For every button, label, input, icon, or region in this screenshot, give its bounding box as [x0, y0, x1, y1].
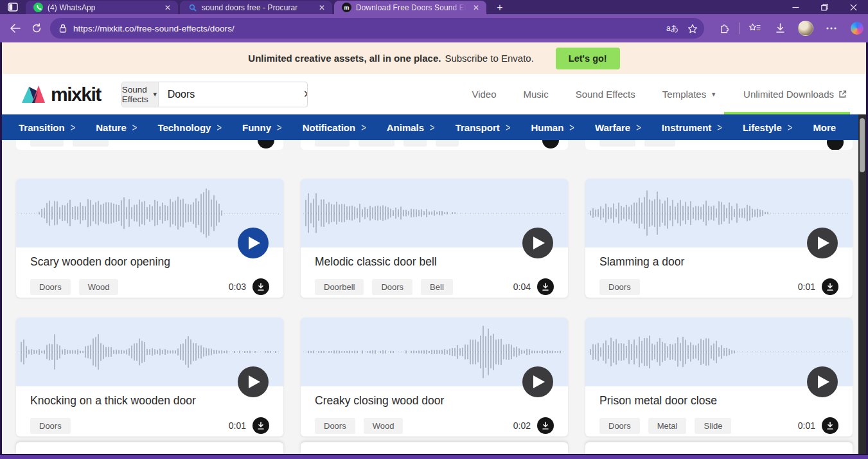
download-button[interactable]	[252, 417, 269, 434]
tag-pill-partial[interactable]	[315, 140, 350, 147]
browser-tab-strip: (4) WhatsApp ✕ sound doors free - Procur…	[0, 0, 868, 14]
nav-music[interactable]: Music	[524, 89, 549, 100]
tag-pill-partial[interactable]	[30, 140, 64, 147]
close-button[interactable]	[839, 0, 868, 14]
sound-title[interactable]: Scary wooden door opening	[30, 253, 269, 270]
category-funny[interactable]: Funny>	[232, 122, 292, 133]
tab-close-icon[interactable]: ✕	[317, 3, 327, 12]
browser-window: (4) WhatsApp ✕ sound doors free - Procur…	[0, 0, 868, 459]
lets-go-button[interactable]: Let's go!	[556, 48, 620, 69]
category-instrument[interactable]: Instrument>	[651, 122, 732, 133]
tab-title: sound doors free - Procurar	[202, 3, 312, 12]
category-nav: Transition> Nature> Technology> Funny> N…	[2, 114, 866, 140]
tab-close-icon[interactable]: ✕	[471, 3, 481, 12]
play-button[interactable]	[807, 366, 838, 397]
chevron-down-icon: ▼	[711, 91, 716, 98]
scrollbar-thumb[interactable]	[860, 118, 865, 172]
nav-video[interactable]: Video	[472, 89, 496, 100]
download-button[interactable]	[537, 417, 554, 434]
tab-close-icon[interactable]: ✕	[163, 3, 173, 12]
play-button[interactable]	[522, 366, 553, 397]
sound-title[interactable]: Melodic classic door bell	[315, 253, 554, 270]
back-icon[interactable]	[4, 18, 26, 39]
tag-doors[interactable]: Doors	[599, 279, 640, 295]
tag-pill-partial[interactable]	[436, 140, 459, 147]
extensions-icon[interactable]	[713, 18, 735, 39]
tag-doorbell[interactable]: Doorbell	[315, 279, 364, 295]
nav-unlimited-downloads[interactable]: Unlimited Downloads	[743, 89, 847, 100]
download-button[interactable]	[252, 278, 269, 295]
page-scrollbar[interactable]	[858, 114, 866, 454]
sound-title[interactable]: Creaky closing wood door	[315, 392, 554, 409]
category-nature[interactable]: Nature>	[85, 122, 147, 133]
tab-mixkit-active[interactable]: m Download Free Doors Sound Effe ✕	[334, 1, 486, 14]
play-button[interactable]	[807, 228, 838, 258]
tag-doors[interactable]: Doors	[599, 418, 640, 434]
translate-icon[interactable]: aあ	[666, 23, 678, 34]
search-input[interactable]	[159, 82, 303, 107]
category-notification[interactable]: Notification>	[292, 122, 376, 133]
category-transport[interactable]: Transport>	[445, 122, 521, 133]
profile-avatar[interactable]	[795, 18, 817, 39]
search-clear-icon[interactable]: ✕	[303, 82, 308, 107]
browser-toolbar: https://mixkit.co/free-sound-effects/doo…	[0, 14, 868, 42]
play-button[interactable]	[238, 228, 269, 258]
download-button[interactable]	[258, 140, 274, 148]
tab-actions-menu-icon[interactable]	[0, 0, 26, 14]
play-button[interactable]	[522, 228, 553, 258]
nav-templates[interactable]: Templates ▼	[662, 89, 716, 100]
category-lifestyle[interactable]: Lifestyle>	[732, 122, 802, 133]
banner-bold-text: Unlimited creative assets, all in one pl…	[248, 53, 441, 64]
chevron-right-icon: >	[569, 122, 574, 134]
tab-title: (4) WhatsApp	[48, 3, 158, 12]
tab-search-results[interactable]: sound doors free - Procurar ✕	[180, 1, 332, 14]
address-bar[interactable]: https://mixkit.co/free-sound-effects/doo…	[50, 18, 704, 39]
tag-wood[interactable]: Wood	[364, 418, 403, 434]
tag-doors[interactable]: Doors	[315, 418, 355, 434]
mixkit-logo[interactable]: mixkit	[21, 84, 101, 105]
tag-bell[interactable]: Bell	[421, 279, 453, 295]
download-button[interactable]	[822, 278, 838, 295]
downloads-icon[interactable]	[769, 18, 791, 39]
tag-pill-partial[interactable]	[403, 140, 427, 147]
tag-metal[interactable]: Metal	[648, 418, 687, 434]
window-bottom-border	[0, 454, 868, 459]
play-button[interactable]	[238, 366, 269, 397]
minimize-button[interactable]	[781, 0, 810, 14]
tag-wood[interactable]: Wood	[79, 279, 119, 295]
chevron-right-icon: >	[361, 122, 366, 134]
new-tab-button[interactable]: +	[491, 1, 509, 14]
favorites-icon[interactable]	[743, 18, 765, 39]
bookmark-star-icon[interactable]	[687, 24, 698, 33]
download-button[interactable]	[537, 278, 554, 295]
download-button[interactable]	[827, 140, 844, 150]
download-button[interactable]	[542, 140, 559, 148]
tag-doors[interactable]: Doors	[372, 279, 412, 295]
tag-pill-partial[interactable]	[644, 140, 675, 147]
url-text[interactable]: https://mixkit.co/free-sound-effects/doo…	[73, 24, 666, 33]
tag-doors[interactable]: Doors	[30, 418, 71, 434]
sound-title[interactable]: Prison metal door close	[599, 392, 838, 409]
tag-pill-partial[interactable]	[359, 140, 394, 147]
chevron-right-icon: >	[636, 122, 641, 134]
sound-title[interactable]: Slamming a door	[599, 253, 838, 270]
tab-whatsapp[interactable]: (4) WhatsApp ✕	[26, 1, 178, 14]
more-menu-icon[interactable]	[820, 18, 842, 39]
tag-pill-partial[interactable]	[73, 140, 109, 147]
category-human[interactable]: Human>	[520, 122, 584, 133]
category-animals[interactable]: Animals>	[376, 122, 445, 133]
tag-slide[interactable]: Slide	[695, 418, 731, 434]
category-warfare[interactable]: Warfare>	[585, 122, 651, 133]
sound-title[interactable]: Knocking on a thick wooden door	[30, 392, 269, 409]
category-more[interactable]: More	[802, 122, 846, 133]
tag-pill-partial[interactable]	[599, 140, 635, 147]
category-technology[interactable]: Technology>	[147, 122, 232, 133]
download-button[interactable]	[822, 417, 838, 434]
maximize-button[interactable]	[810, 0, 839, 14]
search-category-dropdown[interactable]: Sound Effects ▼	[122, 82, 159, 107]
tag-doors[interactable]: Doors	[30, 279, 71, 295]
category-transition[interactable]: Transition>	[8, 122, 85, 133]
refresh-icon[interactable]	[26, 18, 48, 39]
copilot-icon[interactable]	[846, 18, 868, 39]
nav-sound-effects[interactable]: Sound Effects	[576, 89, 635, 100]
